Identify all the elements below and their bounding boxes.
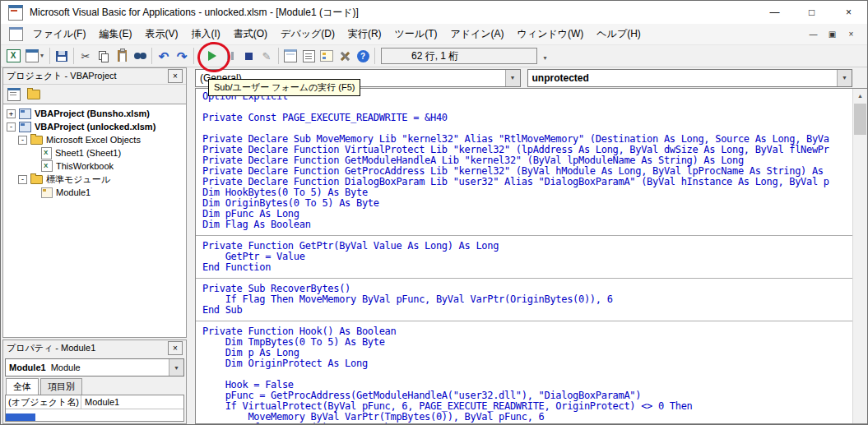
property-name: (オブジェクト名)	[6, 395, 81, 409]
toolbox-button[interactable]	[336, 47, 354, 65]
module-icon	[41, 187, 53, 198]
window-controls: — □ ×	[756, 1, 867, 24]
tree-item[interactable]: ThisWorkbook	[3, 159, 186, 173]
tree-item[interactable]: Sheet1 (Sheet1)	[3, 146, 186, 159]
scroll-up-icon[interactable]: ▲	[853, 89, 867, 102]
dropdown-arrow-icon[interactable]: ▼	[169, 359, 183, 376]
reset-button[interactable]	[239, 47, 258, 65]
save-button[interactable]	[53, 47, 71, 65]
stop-icon	[245, 53, 253, 60]
view-excel-button[interactable]: X	[4, 47, 22, 65]
code-text-area[interactable]: Option ExplicitPrivate Const PAGE_EXECUT…	[196, 89, 852, 423]
standard-toolbar: X ▾ ✂ ↶ ↷ ✎ ? 62 行, 1 桁 ▾	[1, 44, 867, 67]
tree-expander-icon[interactable]: -	[7, 122, 16, 132]
menu-item[interactable]: アドイン(A)	[443, 24, 510, 44]
mdi-close-icon: ×	[849, 30, 854, 39]
properties-panel-close-button[interactable]: ×	[168, 341, 183, 355]
code-line: If TmpBytes(0) <> &H68 Then	[202, 423, 852, 423]
maximize-icon: □	[809, 7, 815, 18]
paste-button[interactable]	[113, 47, 131, 65]
tab-categorized[interactable]: 項目別	[40, 378, 82, 395]
mdi-window-controls: — ▣ ×	[804, 30, 861, 39]
help-icon: ?	[357, 50, 369, 62]
help-button[interactable]: ?	[354, 47, 372, 65]
main-area: プロジェクト - VBAProject × +VBAProject (Bunsh…	[1, 67, 867, 424]
tree-item[interactable]: Module1	[3, 186, 186, 199]
tree-item[interactable]: -Microsoft Excel Objects	[3, 133, 186, 146]
cut-icon: ✂	[81, 51, 91, 62]
mdi-close-button[interactable]: ×	[842, 30, 861, 39]
project-panel-close-button[interactable]: ×	[168, 69, 183, 83]
procedure-separator	[202, 273, 852, 284]
close-button[interactable]: ×	[830, 1, 867, 24]
toggle-folders-icon[interactable]	[27, 90, 40, 99]
code-line: Dim TmpBytes(0 To 5) As Byte	[202, 337, 852, 348]
menu-item[interactable]: 実行(R)	[341, 24, 388, 44]
view-code-icon[interactable]	[7, 88, 21, 101]
selected-object-name: Module1	[6, 363, 46, 372]
project-panel-header: プロジェクト - VBAProject ×	[3, 68, 186, 84]
menu-item[interactable]: ヘルプ(H)	[590, 24, 648, 44]
menu-item[interactable]: デバッグ(D)	[274, 24, 341, 44]
menu-item[interactable]: ウィンドウ(W)	[511, 24, 591, 44]
procedure-dropdown[interactable]: unprotected ▼	[527, 69, 853, 87]
mdi-minimize-button[interactable]: —	[804, 30, 823, 39]
properties-window-button[interactable]	[299, 47, 318, 65]
menu-item[interactable]: 表示(V)	[138, 24, 184, 44]
cut-button[interactable]: ✂	[77, 47, 95, 65]
properties-grid: (オブジェクト名) Module1	[5, 395, 184, 422]
properties-panel-header: プロパティ - Module1 ×	[3, 340, 186, 356]
mdi-child-icon[interactable]	[9, 27, 23, 41]
tab-alphabetic[interactable]: 全体	[6, 378, 39, 395]
tree-expander-icon[interactable]: -	[18, 136, 27, 145]
chevron-down-icon: ▾	[40, 53, 44, 59]
copy-button[interactable]	[95, 47, 113, 65]
mdi-restore-button[interactable]: ▣	[823, 30, 842, 39]
folder-icon	[30, 136, 43, 145]
scrollbar-thumb[interactable]	[854, 104, 866, 135]
menu-item[interactable]: ツール(T)	[388, 24, 444, 44]
properties-panel: プロパティ - Module1 × Module1 Module ▼ 全体 項目…	[2, 340, 187, 424]
tree-item[interactable]: -VBAProject (unlocked.xlsm)	[3, 120, 186, 133]
property-row[interactable]: (オブジェクト名) Module1	[6, 395, 183, 409]
tree-item-label: VBAProject (unlocked.xlsm)	[35, 122, 155, 132]
minimize-button[interactable]: —	[756, 1, 793, 24]
tree-expander-icon[interactable]: -	[18, 175, 27, 184]
object-browser-icon	[320, 50, 333, 62]
toolbar-separator	[374, 48, 375, 64]
excel-icon: X	[7, 49, 21, 62]
menu-item[interactable]: 挿入(I)	[184, 24, 226, 44]
object-browser-button[interactable]	[318, 47, 336, 65]
project-tree: +VBAProject (Bunsho.xlsm)-VBAProject (un…	[3, 104, 186, 337]
tree-item[interactable]: -標準モジュール	[3, 173, 186, 186]
tree-item-label: Microsoft Excel Objects	[46, 135, 141, 145]
insert-userform-button[interactable]: ▾	[22, 47, 47, 65]
userform-icon	[26, 49, 39, 62]
undo-button[interactable]: ↶	[155, 47, 173, 65]
tree-item-label: Sheet1 (Sheet1)	[55, 148, 121, 158]
properties-object-selector[interactable]: Module1 Module ▼	[5, 358, 184, 376]
design-mode-button[interactable]: ✎	[258, 47, 276, 65]
find-button[interactable]	[131, 47, 149, 65]
menu-item[interactable]: ファイル(F)	[26, 24, 92, 44]
properties-window-icon	[303, 50, 315, 62]
dropdown-arrow-icon[interactable]: ▼	[505, 70, 520, 86]
menubar: ファイル(F)編集(E)表示(V)挿入(I)書式(O)デバッグ(D)実行(R)ツ…	[1, 24, 867, 44]
project-explorer-icon	[284, 49, 297, 62]
procedure-dropdown-value: unprotected	[528, 72, 838, 84]
project-explorer-panel: プロジェクト - VBAProject × +VBAProject (Bunsh…	[2, 67, 187, 338]
tree-item[interactable]: +VBAProject (Bunsho.xlsm)	[3, 107, 186, 120]
code-line: End Function	[202, 262, 852, 273]
menu-item[interactable]: 書式(O)	[227, 24, 274, 44]
maximize-button[interactable]: □	[793, 1, 830, 24]
code-line: Dim OriginProtect As Long	[202, 358, 852, 369]
tree-expander-icon[interactable]: +	[7, 109, 16, 118]
menu-item[interactable]: 編集(E)	[92, 24, 138, 44]
project-explorer-button[interactable]	[281, 47, 299, 65]
dropdown-arrow-icon[interactable]: ▼	[837, 70, 852, 86]
vba-editor-window: Microsoft Visual Basic for Applications …	[0, 0, 868, 425]
redo-icon: ↷	[177, 50, 188, 62]
vertical-scrollbar[interactable]: ▲	[852, 89, 867, 423]
redo-button[interactable]: ↷	[173, 47, 191, 65]
toolbar-options-button[interactable]: ▾	[539, 47, 551, 65]
